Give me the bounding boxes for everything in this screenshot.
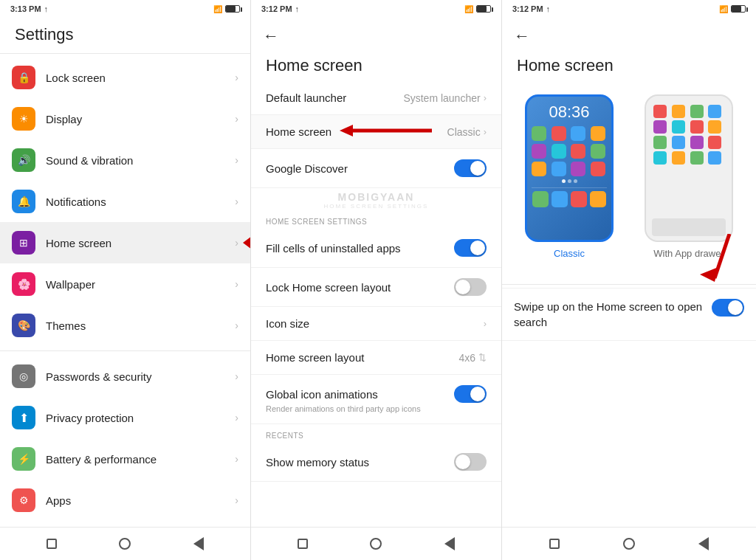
home-screen-icon: ⊞ [12, 231, 35, 255]
watermark-subtext: HOME SCREEN SETTINGS [251, 203, 501, 210]
chevron-layout: ⇅ [478, 352, 487, 363]
status-bar-3: 3:12 PM ↑ 📶 [502, 0, 756, 18]
lock-layout-toggle[interactable] [454, 278, 487, 296]
sim-icon-2: 📶 [464, 5, 473, 13]
row-swipe-search[interactable]: Swipe up on the Home screen to open sear… [502, 288, 756, 341]
home-icon-2 [370, 538, 382, 550]
sidebar-item-passwords[interactable]: ◎ Passwords & security › [0, 356, 250, 397]
chevron-icon-size: › [484, 318, 487, 329]
page-title-2: Home screen [251, 49, 501, 81]
page-title-3: Home screen [502, 49, 756, 81]
passwords-label: Passwords & security [46, 370, 235, 383]
chevron-privacy: › [235, 412, 238, 424]
lock-layout-label: Lock Home screen layout [266, 281, 454, 294]
page-title-1: Settings [0, 18, 250, 50]
home-screen-settings-panel: 3:12 PM ↑ 📶 ← Home screen Default launch… [251, 0, 502, 560]
watermark-container: MOBIGYAAN HOME SCREEN SETTINGS [251, 188, 501, 210]
red-arrow-annotation-2 [340, 120, 436, 144]
sidebar-item-display[interactable]: ☀ Display › [0, 98, 250, 139]
animations-label: Global icon animations [266, 388, 454, 401]
layout-chooser: 08:36 [502, 81, 756, 272]
phone-time-display: 08:36 [532, 103, 607, 122]
nav-back-btn-1[interactable] [191, 536, 206, 551]
sidebar-item-apps[interactable]: ⚙ Apps › [0, 480, 250, 521]
home-screen-layout-panel: 3:12 PM ↑ 📶 ← Home screen 08:36 [502, 0, 756, 560]
back-icon-3 [698, 537, 709, 550]
row-fill-cells[interactable]: Fill cells of uninstalled apps [251, 229, 501, 268]
chevron-passwords: › [235, 370, 238, 382]
sidebar-item-lock-screen[interactable]: 🔒 Lock screen › [0, 57, 250, 98]
row-icon-size[interactable]: Icon size › [251, 307, 501, 341]
layout-option-classic[interactable]: 08:36 [514, 94, 625, 259]
toggle-knob-memory [456, 454, 470, 469]
lock-screen-icon: 🔒 [12, 66, 35, 89]
watermark-text: MOBIGYAAN [251, 191, 501, 203]
red-arrow-annotation-3 [693, 234, 737, 288]
sidebar-item-themes[interactable]: 🎨 Themes › [0, 305, 250, 346]
home-icon-1 [119, 538, 131, 550]
show-memory-toggle[interactable] [454, 453, 487, 471]
red-arrow-annotation-1 [243, 232, 250, 254]
nav-back-btn-3[interactable] [696, 536, 711, 551]
chevron-apps: › [235, 494, 238, 506]
row-show-memory[interactable]: Show memory status [251, 443, 501, 482]
chevron-lock: › [235, 72, 238, 83]
bottom-nav-1 [0, 527, 250, 560]
layout-option-app-drawer[interactable]: With App drawer [633, 94, 744, 259]
notifications-label: Notifications [46, 196, 235, 208]
bottom-nav-3 [502, 527, 756, 560]
panel2-content: Default launcher System launcher › Home … [251, 81, 501, 527]
row-default-launcher[interactable]: Default launcher System launcher › [251, 81, 501, 115]
swipe-search-toggle[interactable] [712, 299, 744, 317]
battery-icon-3 [731, 5, 746, 13]
sidebar-item-sound[interactable]: 🔊 Sound & vibration › [0, 139, 250, 181]
row-google-discover[interactable]: Google Discover [251, 149, 501, 188]
app-grid-classic [532, 126, 607, 176]
dock-row-classic [532, 187, 607, 207]
chevron-battery: › [235, 453, 238, 465]
sidebar-item-battery[interactable]: ⚡ Battery & performance › [0, 438, 250, 480]
nav-square-btn-3[interactable] [547, 536, 562, 551]
sidebar-item-privacy[interactable]: ⬆ Privacy protection › [0, 397, 250, 438]
chevron-home: › [235, 237, 238, 249]
nav-home-btn-2[interactable] [368, 536, 383, 551]
status-bar-2: 3:12 PM ↑ 📶 [251, 0, 501, 18]
nav-square-btn-2[interactable] [295, 536, 310, 551]
nav-back-btn-2[interactable] [442, 536, 457, 551]
back-icon-2 [444, 537, 455, 550]
back-button-3[interactable]: ← [502, 18, 756, 49]
nav-home-btn-1[interactable] [117, 536, 132, 551]
row-home-screen-type[interactable]: Home screen Classic › [251, 115, 501, 149]
display-label: Display [46, 113, 235, 125]
animations-subtitle: Render animations on third party app ico… [266, 404, 421, 413]
square-icon-3 [549, 539, 560, 549]
row-global-animations[interactable]: Global icon animations Render animations… [251, 375, 501, 424]
home-screen-layout-label: Home screen layout [266, 351, 458, 364]
settings-list: 🔒 Lock screen › ☀ Display › 🔊 Sound & vi… [0, 57, 250, 527]
status-bar-1: 3:13 PM ↑ 📶 [0, 0, 250, 18]
fill-cells-toggle[interactable] [454, 239, 487, 257]
classic-label: Classic [554, 248, 585, 259]
sidebar-item-wallpaper[interactable]: 🌸 Wallpaper › [0, 263, 250, 305]
sidebar-item-notifications[interactable]: 🔔 Notifications › [0, 181, 250, 222]
sidebar-item-home-screen[interactable]: ⊞ Home screen › [0, 222, 250, 263]
privacy-icon: ⬆ [12, 406, 35, 429]
battery-perf-icon: ⚡ [12, 447, 35, 471]
row-lock-layout[interactable]: Lock Home screen layout [251, 268, 501, 307]
fill-cells-label: Fill cells of uninstalled apps [266, 242, 454, 255]
battery-label: Battery & performance [46, 453, 235, 466]
section-label-home: HOME SCREEN SETTINGS [251, 210, 501, 229]
google-discover-toggle[interactable] [454, 159, 487, 177]
toggle-knob-fill [470, 241, 485, 255]
svg-marker-0 [243, 232, 250, 254]
chevron-wallpaper: › [235, 278, 238, 290]
back-button-2[interactable]: ← [251, 18, 501, 49]
nav-home-btn-3[interactable] [622, 536, 636, 551]
swipe-search-label: Swipe up on the Home screen to open sear… [514, 299, 703, 330]
animations-toggle[interactable] [454, 385, 487, 403]
chevron-home-type: › [484, 126, 487, 137]
nav-square-btn-1[interactable] [44, 536, 59, 551]
layout-options-row: 08:36 [514, 94, 744, 259]
google-discover-label: Google Discover [266, 162, 454, 175]
row-home-screen-layout[interactable]: Home screen layout 4x6 ⇅ [251, 341, 501, 375]
